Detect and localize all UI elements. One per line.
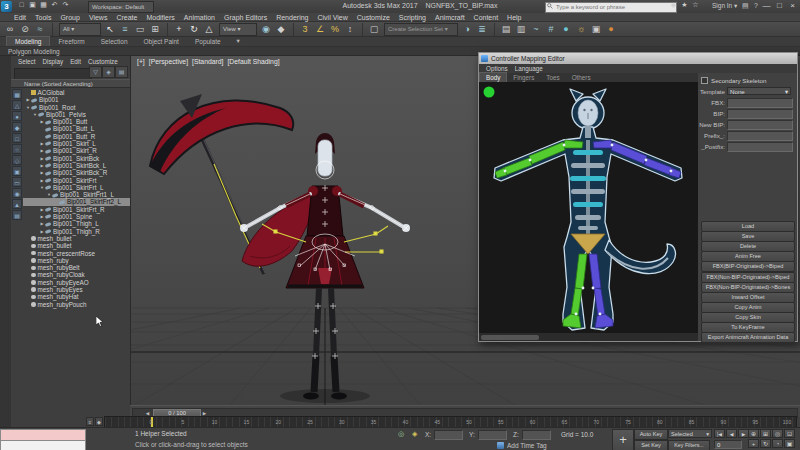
redo-icon[interactable]: ↷ <box>60 0 71 10</box>
show-helpers-icon[interactable]: □ <box>12 133 22 143</box>
secondary-skeleton-checkbox[interactable] <box>701 77 708 84</box>
select-and-move-icon[interactable]: + <box>172 23 186 36</box>
use-pivot-center-icon[interactable]: ◉ <box>259 23 273 36</box>
tree-item-mesh_rubyPouch[interactable]: mesh_rubyPouch <box>23 301 130 308</box>
tree-item-Bip001_SkirtBck_R[interactable]: ▶Bip001_SkirtBck_R <box>23 169 130 176</box>
tree-item-mesh_rubyHat[interactable]: mesh_rubyHat <box>23 293 130 300</box>
cme-scrollbar-thumb[interactable] <box>481 335 539 340</box>
select-and-scale-icon[interactable]: △ <box>202 23 216 36</box>
tree-item-mesh_rubyCloak[interactable]: mesh_rubyCloak <box>23 271 130 278</box>
render-production-icon[interactable]: ● <box>604 23 618 36</box>
ribbon-toggle-icon[interactable]: ▥ <box>514 23 528 36</box>
viewport-label[interactable]: [+][Perspective][Standard][Default Shadi… <box>137 58 284 65</box>
viewport-renderer-menu[interactable]: [Standard] <box>192 58 223 65</box>
menu-group[interactable]: Group <box>60 14 79 21</box>
maxscript-mini-listener[interactable] <box>0 440 86 450</box>
tree-item-Bip001_SkirtBck[interactable]: ▶Bip001_SkirtBck <box>23 155 130 162</box>
rendered-frame-icon[interactable]: ▣ <box>589 23 603 36</box>
menu-tools[interactable]: Tools <box>35 14 51 21</box>
close-button[interactable]: × <box>786 0 799 11</box>
search-input[interactable] <box>545 2 677 13</box>
current-frame-field[interactable]: 0 <box>714 440 742 449</box>
explorer-search-input[interactable] <box>14 68 92 80</box>
ribbon-tab-modeling[interactable]: Modeling <box>6 36 50 46</box>
tree-item-Bip001_Butt[interactable]: ▶Bip001_Butt <box>23 118 130 125</box>
mirror-icon[interactable]: ◑ <box>460 23 474 36</box>
communication-center-icon[interactable]: ▤ <box>742 2 749 10</box>
edit-named-selections-icon[interactable]: ▢ <box>367 23 381 36</box>
ribbon-tab-object-paint[interactable]: Object Paint <box>136 37 187 46</box>
curve-editor-icon[interactable]: ~ <box>529 23 543 36</box>
3ds-max-logo-icon[interactable]: 3 <box>1 1 12 12</box>
menu-scripting[interactable]: Scripting <box>399 14 426 21</box>
template-dropdown[interactable]: None ▾ <box>727 87 791 95</box>
pan-icon[interactable]: + <box>748 439 759 448</box>
percent-snap-icon[interactable]: % <box>328 23 342 36</box>
menu-create[interactable]: Create <box>116 14 137 21</box>
show-materials-icon[interactable]: ▲ <box>12 199 22 209</box>
cme-button-export-animcraft-animation-data[interactable]: Export Animcraft Animation Data <box>701 332 795 343</box>
cme-field-newbip[interactable] <box>727 120 793 130</box>
menu-civil-view[interactable]: Civil View <box>317 14 347 21</box>
tree-item-Bip001_SkirtFrt2_L[interactable]: Bip001_SkirtFrt2_L <box>23 198 130 205</box>
ribbon-tab-populate[interactable]: Populate <box>187 37 229 46</box>
animate-selected-dropdown[interactable]: Selected ▾ <box>668 429 712 438</box>
window-crossing-icon[interactable]: ⊞ <box>148 23 162 36</box>
tree-item-mesh_rubyEyeAO[interactable]: mesh_rubyEyeAO <box>23 279 130 286</box>
previous-frame-button[interactable]: ◀ <box>726 429 737 438</box>
cme-field-bip[interactable] <box>727 109 793 119</box>
material-editor-icon[interactable]: ● <box>559 23 573 36</box>
new-scene-icon[interactable]: □ <box>16 0 27 10</box>
tree-item-Bip001_SkirtFrt1_L[interactable]: ▼Bip001_SkirtFrt1_L <box>23 191 130 198</box>
track-bar-filter-icon[interactable]: ◆ <box>95 417 103 426</box>
show-cameras-icon[interactable]: ◆ <box>12 122 22 132</box>
tree-item-Bip001_SkirtFrt[interactable]: ▶Bip001_SkirtFrt <box>23 177 130 184</box>
subscription-icon[interactable]: ★ <box>679 0 690 10</box>
select-by-name-icon[interactable]: ≡ <box>118 23 132 36</box>
viewport-maximize-menu[interactable]: [+] <box>137 58 145 65</box>
show-lights-icon[interactable]: ● <box>12 111 22 121</box>
show-geometry-icon[interactable]: ▦ <box>12 89 22 99</box>
selection-lock-icon[interactable]: ◈ <box>412 430 417 438</box>
fov-icon[interactable]: ◔ <box>772 439 783 448</box>
cme-menu-language[interactable]: Language <box>515 65 543 72</box>
coord-field-y[interactable] <box>478 430 507 440</box>
cme-skeleton-canvas[interactable] <box>479 82 699 333</box>
cme-field-prefix[interactable] <box>727 131 793 141</box>
open-mini-curve-editor-icon[interactable]: ≡ <box>86 417 94 426</box>
tree-item-ACGlobal[interactable]: ACGlobal <box>23 89 130 96</box>
menu-content[interactable]: Content <box>474 14 499 21</box>
tree-item-mesh_bullet[interactable]: mesh_bullet <box>23 242 130 249</box>
cme-button-fbx-non-bip-originated-bones[interactable]: FBX(Non-BIP-Originated)->Bones <box>701 282 795 293</box>
secondary-skeleton-row[interactable]: Secondary Skeleton <box>701 77 766 84</box>
go-to-start-button[interactable]: |◀ <box>714 429 725 438</box>
menu-help[interactable]: Help <box>507 14 521 21</box>
tree-item-mesh_crescentRose[interactable]: mesh_crescentRose <box>23 250 130 257</box>
cme-tab-toes[interactable]: Toes <box>540 73 565 82</box>
workspace-dropdown[interactable]: Workspace: Default <box>88 1 154 13</box>
filter-funnel-icon[interactable]: ▽ <box>89 66 102 78</box>
maximize-button[interactable]: □ <box>773 0 786 11</box>
viewport-shading-menu[interactable]: [Default Shading] <box>227 58 279 65</box>
orbit-icon[interactable]: ↻ <box>760 439 771 448</box>
tree-item-Bip001_Thigh_L[interactable]: ▶Bip001_Thigh_L <box>23 220 130 227</box>
select-and-manipulate-icon[interactable]: ◆ <box>274 23 288 36</box>
search-go-icon[interactable]: ◈ <box>668 0 679 10</box>
layer-manager-icon[interactable]: ▤ <box>499 23 513 36</box>
menu-animcraft[interactable]: Animcraft <box>435 14 465 21</box>
rectangular-selection-region-icon[interactable]: ▭ <box>133 23 147 36</box>
isolate-selection-icon[interactable]: ◎ <box>398 430 404 438</box>
menu-graph-editors[interactable]: Graph Editors <box>224 14 267 21</box>
lock-explorer-icon[interactable]: ◈ <box>102 66 115 78</box>
show-shapes-icon[interactable]: △ <box>12 100 22 110</box>
auto-key-button[interactable]: Auto Key <box>634 429 668 440</box>
tree-item-Bip001[interactable]: ▶Bip001 <box>23 96 130 103</box>
ribbon-tab-freeform[interactable]: Freeform <box>50 37 92 46</box>
menu-modifiers[interactable]: Modifiers <box>146 14 174 21</box>
cme-horizontal-scrollbar[interactable] <box>479 333 698 341</box>
tree-item-Bip001_SkirtBck_L[interactable]: ▶Bip001_SkirtBck_L <box>23 162 130 169</box>
coord-field-z[interactable] <box>522 430 551 440</box>
save-file-icon[interactable]: ▦ <box>38 0 49 10</box>
zoom-all-icon[interactable]: ⊞ <box>760 429 771 438</box>
snap-toggle-3d-icon[interactable]: 3 <box>298 23 312 36</box>
